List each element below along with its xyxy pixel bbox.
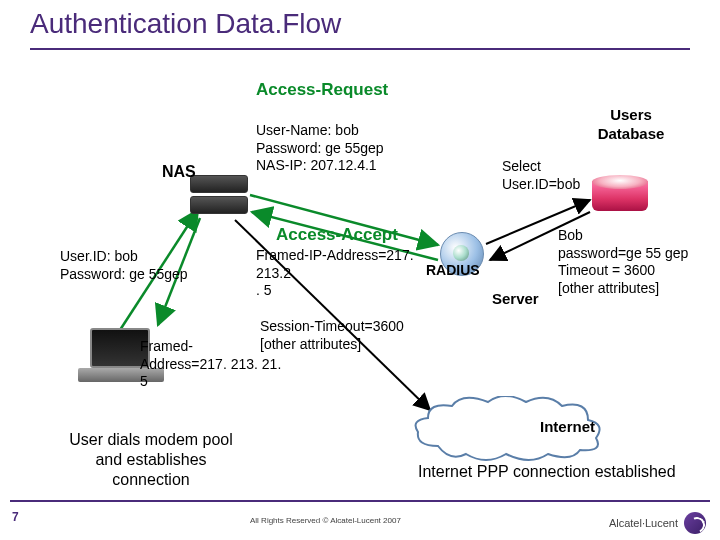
userpw-line: Password: ge 55gep [60,266,188,284]
bob-l4: [other attributes] [558,280,708,298]
framed-l1: Framed- [140,338,290,356]
select-l1: Select [502,158,580,176]
database-icon [592,175,648,215]
server-label: Server [492,290,539,309]
title-rule [30,48,690,50]
users-db-label: Users Database [586,106,676,144]
user-dials-text: User dials modem pool and establishes co… [56,430,246,490]
nas-label: NAS [162,162,196,182]
ppp-established-text: Internet PPP connection established [418,462,676,482]
acc-line2: . 5 [256,282,446,300]
page-number: 7 [12,510,19,524]
req-password: Password: ge 55gep [256,140,416,158]
brand-block: Alcatel·Lucent [609,512,706,534]
select-l2: User.ID=bob [502,176,580,194]
bob-l2: password=ge 55 gep [558,245,708,263]
nas-icon [190,175,248,215]
access-accept-heading: Access-Accept [276,225,398,245]
bob-l1: Bob [558,227,708,245]
req-username: User-Name: bob [256,122,416,140]
bob-attributes: Bob password=ge 55 gep Timeout = 3600 [o… [558,227,708,297]
access-request-body: User-Name: bob Password: ge 55gep NAS-IP… [256,122,416,175]
rights-text: All Rights Reserved © Alcatel-Lucent 200… [250,516,401,525]
select-query: Select User.ID=bob [502,158,580,193]
slide-title: Authentication Data.Flow [30,8,341,40]
bob-l3: Timeout = 3600 [558,262,708,280]
sess-line1: Session-Timeout=3600 [260,318,420,336]
acc-line1: Framed-IP-Address=217. 213.2 [256,247,446,282]
framed-address: Framed- Address=217. 213. 21. 5 [140,338,290,391]
userid-line: User.ID: bob [60,248,188,266]
brand-name: Alcatel·Lucent [609,517,678,529]
access-request-heading: Access-Request [256,80,388,100]
user-credentials: User.ID: bob Password: ge 55gep [60,248,188,283]
req-nasip: NAS-IP: 207.12.4.1 [256,157,416,175]
radius-label: RADIUS [426,262,480,280]
access-accept-body: Framed-IP-Address=217. 213.2 . 5 [256,247,446,300]
brand-logo-icon [684,512,706,534]
framed-l2: Address=217. 213. 21. 5 [140,356,290,391]
internet-label: Internet [540,418,595,437]
footer-rule [10,500,710,502]
